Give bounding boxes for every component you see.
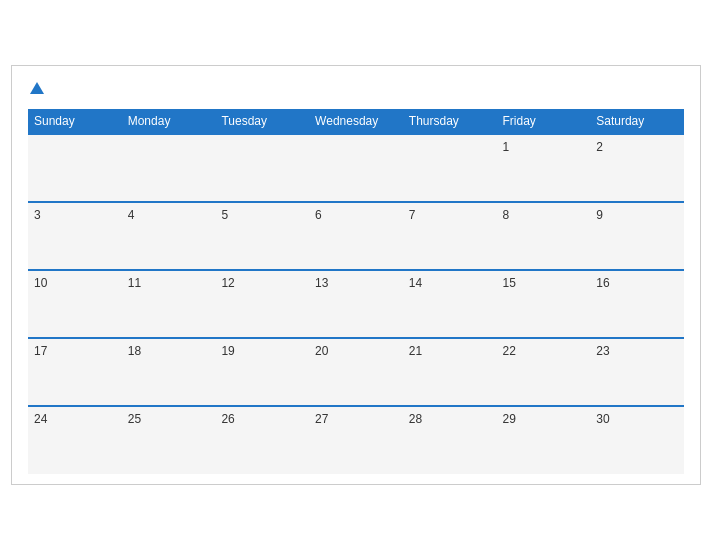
day-number: 25 <box>128 412 141 426</box>
calendar-cell: 14 <box>403 270 497 338</box>
calendar: SundayMondayTuesdayWednesdayThursdayFrid… <box>11 65 701 484</box>
calendar-cell: 12 <box>215 270 309 338</box>
week-row-3: 10111213141516 <box>28 270 684 338</box>
calendar-cell: 5 <box>215 202 309 270</box>
calendar-cell: 24 <box>28 406 122 474</box>
week-row-2: 3456789 <box>28 202 684 270</box>
calendar-cell: 28 <box>403 406 497 474</box>
day-number: 8 <box>503 208 510 222</box>
calendar-cell: 22 <box>497 338 591 406</box>
calendar-cell <box>215 134 309 202</box>
day-number: 15 <box>503 276 516 290</box>
calendar-cell: 29 <box>497 406 591 474</box>
day-number: 16 <box>596 276 609 290</box>
weekday-header-friday: Friday <box>497 109 591 134</box>
calendar-cell: 1 <box>497 134 591 202</box>
calendar-cell: 18 <box>122 338 216 406</box>
day-number: 22 <box>503 344 516 358</box>
week-row-5: 24252627282930 <box>28 406 684 474</box>
calendar-cell: 10 <box>28 270 122 338</box>
day-number: 11 <box>128 276 141 290</box>
day-number: 5 <box>221 208 228 222</box>
calendar-cell: 8 <box>497 202 591 270</box>
calendar-cell: 7 <box>403 202 497 270</box>
day-number: 12 <box>221 276 234 290</box>
day-number: 27 <box>315 412 328 426</box>
day-number: 20 <box>315 344 328 358</box>
day-number: 24 <box>34 412 47 426</box>
calendar-header <box>28 82 684 96</box>
weekday-header-monday: Monday <box>122 109 216 134</box>
calendar-cell: 26 <box>215 406 309 474</box>
calendar-cell: 3 <box>28 202 122 270</box>
day-number: 28 <box>409 412 422 426</box>
day-number: 19 <box>221 344 234 358</box>
calendar-cell <box>309 134 403 202</box>
weekday-header-tuesday: Tuesday <box>215 109 309 134</box>
calendar-cell <box>403 134 497 202</box>
week-row-1: 12 <box>28 134 684 202</box>
calendar-cell <box>122 134 216 202</box>
day-number: 13 <box>315 276 328 290</box>
day-number: 17 <box>34 344 47 358</box>
calendar-cell: 27 <box>309 406 403 474</box>
day-number: 18 <box>128 344 141 358</box>
calendar-cell: 11 <box>122 270 216 338</box>
calendar-cell: 9 <box>590 202 684 270</box>
calendar-table: SundayMondayTuesdayWednesdayThursdayFrid… <box>28 109 684 474</box>
day-number: 10 <box>34 276 47 290</box>
day-number: 7 <box>409 208 416 222</box>
calendar-cell: 23 <box>590 338 684 406</box>
calendar-cell: 13 <box>309 270 403 338</box>
weekday-header-thursday: Thursday <box>403 109 497 134</box>
calendar-cell <box>28 134 122 202</box>
day-number: 14 <box>409 276 422 290</box>
weekday-header-row: SundayMondayTuesdayWednesdayThursdayFrid… <box>28 109 684 134</box>
day-number: 9 <box>596 208 603 222</box>
logo <box>28 82 44 96</box>
calendar-cell: 25 <box>122 406 216 474</box>
calendar-cell: 6 <box>309 202 403 270</box>
calendar-cell: 2 <box>590 134 684 202</box>
calendar-cell: 19 <box>215 338 309 406</box>
calendar-cell: 15 <box>497 270 591 338</box>
day-number: 2 <box>596 140 603 154</box>
day-number: 29 <box>503 412 516 426</box>
calendar-cell: 4 <box>122 202 216 270</box>
calendar-cell: 21 <box>403 338 497 406</box>
day-number: 3 <box>34 208 41 222</box>
day-number: 1 <box>503 140 510 154</box>
weekday-header-saturday: Saturday <box>590 109 684 134</box>
logo-triangle-icon <box>30 82 44 94</box>
calendar-cell: 30 <box>590 406 684 474</box>
day-number: 26 <box>221 412 234 426</box>
logo-general-text <box>28 82 44 96</box>
weekday-header-sunday: Sunday <box>28 109 122 134</box>
week-row-4: 17181920212223 <box>28 338 684 406</box>
day-number: 21 <box>409 344 422 358</box>
weekday-header-wednesday: Wednesday <box>309 109 403 134</box>
calendar-cell: 20 <box>309 338 403 406</box>
calendar-cell: 16 <box>590 270 684 338</box>
day-number: 4 <box>128 208 135 222</box>
day-number: 6 <box>315 208 322 222</box>
calendar-cell: 17 <box>28 338 122 406</box>
day-number: 23 <box>596 344 609 358</box>
day-number: 30 <box>596 412 609 426</box>
